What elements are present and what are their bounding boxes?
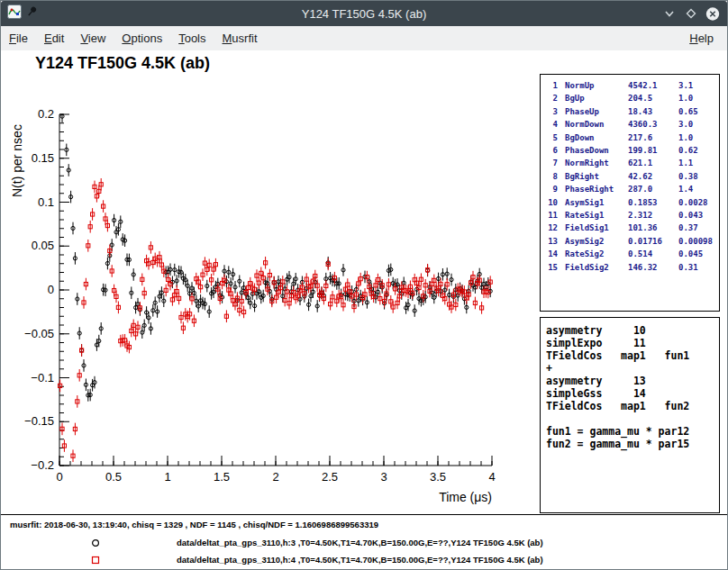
svg-text:0.5: 0.5 <box>105 470 122 484</box>
theory-line: TFieldCos map1 fun2 <box>546 400 719 412</box>
pin-icon[interactable] <box>27 5 39 22</box>
parameter-row: 5BgDown217.61.0 <box>545 131 719 144</box>
parameter-row: 6PhaseDown199.810.62 <box>545 144 719 157</box>
menu-bar: FileEditViewOptionsToolsMusrfit Help <box>1 26 727 51</box>
svg-text:0.05: 0.05 <box>32 239 54 252</box>
data-series-circle <box>60 114 492 402</box>
parameter-row: 3PhaseUp18.430.65 <box>545 105 719 118</box>
parameter-row: 1NormUp4542.13.1 <box>545 79 719 92</box>
svg-text:−0.1: −0.1 <box>31 371 54 385</box>
status-bar: musrfit: 2018-06-30, 13:19:40, chisq = 1… <box>1 514 727 569</box>
legend-text: data/deltat_pta_gps_3110,h:4 ,T0=4.50K,T… <box>177 555 543 565</box>
parameter-row: 12FieldSig1101.360.37 <box>545 222 719 234</box>
theory-box: asymmetry 10simplExpo 11TFieldCos map1 f… <box>540 317 720 513</box>
svg-text:4: 4 <box>488 470 495 484</box>
theory-line: simplExpo 11 <box>546 337 719 349</box>
plot-canvas[interactable]: 00.511.522.533.540.20.150.10.050−0.05−0.… <box>8 101 522 506</box>
theory-line: simpleGss 14 <box>546 387 719 400</box>
data-series-square <box>59 178 493 462</box>
theory-line: asymmetry 10 <box>546 324 719 337</box>
menu-options[interactable]: Options <box>114 27 170 50</box>
svg-text:0.15: 0.15 <box>32 151 54 165</box>
legend-item: data/deltat_pta_gps_3110,h:4 ,T0=4.50K,T… <box>1 551 727 568</box>
window-title: Y124 TF150G 4.5K (ab) <box>1 7 727 21</box>
menu-view[interactable]: View <box>72 27 114 50</box>
theory-line: asymmetry 13 <box>546 375 719 387</box>
app-window: Y124 TF150G 4.5K (ab) FileEditViewOp <box>0 0 728 570</box>
svg-text:2.5: 2.5 <box>322 470 338 484</box>
menu-tools[interactable]: Tools <box>170 27 214 50</box>
theory-line: fun1 = gamma_mu * par12 <box>546 425 719 438</box>
axes <box>59 114 492 466</box>
svg-text:1.5: 1.5 <box>214 470 230 484</box>
parameter-row: 2BgUp204.51.0 <box>545 92 719 104</box>
menu-help[interactable]: Help <box>681 32 722 45</box>
menu-file[interactable]: File <box>1 27 36 50</box>
parameter-row: 8BgRight42.620.38 <box>545 170 719 183</box>
svg-text:0.1: 0.1 <box>38 195 54 209</box>
legend-text: data/deltat_pta_gps_3110,h:3 ,T0=4.50K,T… <box>177 538 543 547</box>
theory-line: TFieldCos map1 fun1 <box>546 349 719 362</box>
parameter-row: 11RateSig12.3120.043 <box>545 209 719 222</box>
app-icon <box>7 5 22 23</box>
svg-text:−0.2: −0.2 <box>31 458 54 472</box>
theory-line: fun2 = gamma_mu * par15 <box>546 438 719 450</box>
svg-text:2: 2 <box>272 470 278 484</box>
parameter-box: 1NormUp4542.13.12BgUp204.51.03PhaseUp18.… <box>540 74 720 312</box>
plot-area: Y124 TF150G 4.5K (ab) 00.511.522.533.540… <box>1 50 727 569</box>
parameter-row: 9PhaseRight287.01.4 <box>545 183 719 195</box>
fit-status-text: musrfit: 2018-06-30, 13:19:40, chisq = 1… <box>10 520 378 529</box>
parameter-row: 10AsymSig10.18530.0028 <box>545 196 719 209</box>
y-axis-title: N(t) per nsec <box>10 124 24 197</box>
plot-title: Y124 TF150G 4.5K (ab) <box>35 54 210 73</box>
title-bar[interactable]: Y124 TF150G 4.5K (ab) <box>1 1 727 26</box>
legend-square-marker <box>90 555 101 565</box>
parameter-row: 15FieldSig2146.320.31 <box>545 261 719 274</box>
svg-text:0: 0 <box>48 283 54 296</box>
svg-text:0: 0 <box>56 470 62 484</box>
maximize-button[interactable] <box>684 6 698 21</box>
parameter-row: 14RateSig20.5140.045 <box>545 248 719 260</box>
svg-text:−0.05: −0.05 <box>24 327 54 340</box>
theory-line: + <box>546 362 719 375</box>
theory-line <box>546 412 719 425</box>
x-axis-title: Time (μs) <box>439 490 492 504</box>
plot-legend: data/deltat_pta_gps_3110,h:3 ,T0=4.50K,T… <box>1 534 727 568</box>
menu-musrfit[interactable]: Musrfit <box>214 27 266 50</box>
close-button[interactable] <box>705 6 720 21</box>
svg-text:1: 1 <box>164 470 170 484</box>
menu-edit[interactable]: Edit <box>36 27 72 50</box>
theory-lines: asymmetry 10simplExpo 11TFieldCos map1 f… <box>546 324 719 450</box>
svg-text:−0.15: −0.15 <box>24 414 54 428</box>
menu-items-left: FileEditViewOptionsToolsMusrfit <box>1 27 266 50</box>
svg-text:0.2: 0.2 <box>38 107 54 121</box>
legend-item: data/deltat_pta_gps_3110,h:3 ,T0=4.50K,T… <box>1 534 727 551</box>
minimize-button[interactable] <box>662 6 677 21</box>
legend-circle-marker <box>90 538 101 548</box>
svg-text:3.5: 3.5 <box>430 470 446 484</box>
parameter-row: 4NormDown4360.33.0 <box>545 118 719 131</box>
svg-text:3: 3 <box>380 470 387 484</box>
parameter-row: 13AsymSig20.017160.00098 <box>545 235 719 248</box>
parameter-rows: 1NormUp4542.13.12BgUp204.51.03PhaseUp18.… <box>545 79 719 274</box>
parameter-row: 7NormRight621.11.1 <box>545 157 719 169</box>
